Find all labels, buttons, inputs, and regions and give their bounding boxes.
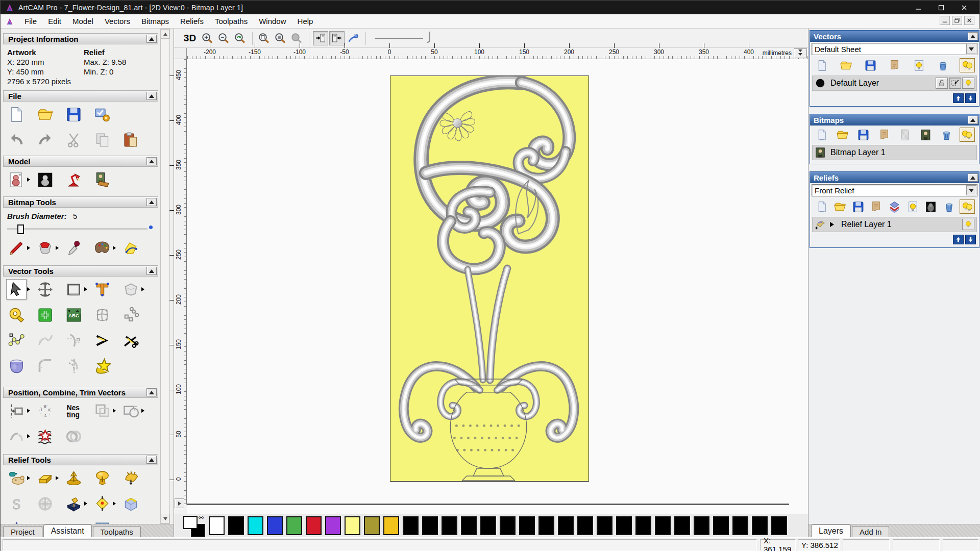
flyout-arrow-icon[interactable]	[27, 178, 32, 182]
color-swatch-24[interactable]	[674, 516, 690, 535]
menu-reliefs[interactable]: Reliefs	[175, 15, 209, 28]
tool-paint-bucket-icon[interactable]	[35, 238, 55, 258]
tool-select-arrow-icon[interactable]	[6, 279, 27, 299]
color-swatch-29[interactable]	[771, 516, 787, 535]
collapse-button[interactable]	[968, 32, 978, 40]
scroll-down-arrow-icon[interactable]	[161, 514, 169, 523]
tool-page-blue-icon[interactable]	[814, 128, 829, 142]
menu-window[interactable]: Window	[253, 15, 291, 28]
tool-green-cross-icon[interactable]	[35, 305, 55, 325]
tool-nesting-icon[interactable]: Nesting	[63, 400, 84, 421]
relief-layer-name[interactable]: Relief Layer 1	[837, 220, 961, 229]
vector-layer-row[interactable]: Default Layer	[812, 76, 977, 91]
tool-bulb-page-icon[interactable]	[905, 199, 920, 214]
flyout-arrow-icon[interactable]	[27, 476, 32, 480]
color-swatch-15[interactable]	[500, 516, 516, 535]
tool-page-blue-icon[interactable]	[814, 58, 829, 72]
tool-star-waves-icon[interactable]	[35, 426, 55, 446]
mdi-restore-button[interactable]	[952, 16, 962, 25]
tool-fillet-grey-icon[interactable]	[35, 356, 55, 376]
move-layer-up-button[interactable]	[953, 235, 964, 244]
tool-distort-grid-icon[interactable]	[92, 305, 112, 325]
menu-edit[interactable]: Edit	[42, 15, 67, 28]
tool-undo-icon[interactable]	[6, 130, 27, 150]
color-swatch-28[interactable]	[752, 516, 768, 535]
color-swatch-11[interactable]	[422, 516, 438, 535]
tool-pyramid-gold-icon[interactable]	[63, 468, 84, 488]
tool-group-grey-icon[interactable]	[92, 400, 112, 421]
tool-zoom-page-icon[interactable]	[256, 31, 272, 45]
tool-vase-3d-icon[interactable]	[6, 356, 27, 376]
tool-merge-tan-icon[interactable]	[887, 58, 902, 72]
collapse-button[interactable]	[146, 35, 157, 43]
tool-bear-sketch-icon[interactable]	[6, 169, 27, 190]
collapse-button[interactable]	[146, 92, 157, 100]
color-swatch-1[interactable]	[228, 516, 244, 535]
tool-bulbs-two-icon[interactable]	[960, 58, 975, 72]
visibility-bulb-icon[interactable]	[962, 78, 974, 89]
assistant-scrollbar[interactable]	[160, 29, 170, 524]
lock-icon[interactable]	[936, 78, 948, 89]
tool-zoom-obj-icon[interactable]	[273, 31, 288, 45]
tool-arc-fit-icon[interactable]	[63, 330, 84, 350]
flyout-arrow-icon[interactable]	[84, 287, 89, 291]
tool-zoom-in-icon[interactable]	[200, 31, 215, 45]
flyout-arrow-icon[interactable]	[113, 502, 118, 506]
zoom-slider-bracket-icon[interactable]	[425, 31, 433, 46]
color-swatch-0[interactable]	[209, 516, 225, 535]
collapse-button[interactable]	[146, 388, 157, 396]
layer-color-swatch[interactable]	[815, 78, 826, 89]
tool-cut-icon[interactable]	[63, 130, 84, 150]
tool-dropper-icon[interactable]	[63, 238, 84, 258]
tab-project[interactable]: Project	[3, 526, 42, 537]
link-colors-icon[interactable]: ⚯	[199, 514, 204, 521]
collapse-button[interactable]	[968, 173, 978, 182]
color-swatch-12[interactable]	[442, 516, 457, 535]
tool-align-left-icon[interactable]	[6, 400, 27, 421]
menu-help[interactable]: Help	[292, 15, 319, 28]
tool-open-folder-icon[interactable]	[832, 199, 848, 214]
tool-bear-invert-icon[interactable]	[35, 169, 55, 190]
hscroll-left-button[interactable]	[175, 498, 184, 508]
visibility-bulb-icon[interactable]	[962, 219, 974, 230]
tool-star-blue-icon[interactable]	[6, 519, 27, 524]
menu-toolpaths[interactable]: Toolpaths	[209, 15, 253, 28]
snap-merge-icon[interactable]	[949, 78, 961, 89]
tool-save-icon[interactable]	[863, 58, 878, 72]
tool-trash-blue-icon[interactable]	[939, 128, 954, 142]
tool-options-icon[interactable]	[92, 104, 112, 124]
color-swatch-2[interactable]	[248, 516, 263, 535]
tool-page-blue-icon[interactable]	[814, 199, 829, 214]
move-layer-up-button[interactable]	[953, 93, 964, 103]
flyout-arrow-icon[interactable]	[113, 246, 118, 250]
tool-zoom-grey-icon[interactable]	[289, 31, 304, 45]
tab-assistant[interactable]: Assistant	[43, 524, 92, 537]
tool-zoom-out-icon[interactable]	[216, 31, 231, 45]
menu-file[interactable]: File	[19, 15, 42, 28]
tool-blue-wand-icon[interactable]	[346, 31, 361, 45]
flower-design-artwork[interactable]	[390, 76, 589, 482]
menu-model[interactable]: Model	[67, 15, 99, 28]
color-swatch-3[interactable]	[267, 516, 283, 535]
tool-s-grey-icon[interactable]: S	[6, 493, 27, 514]
tool-merge-tan-icon[interactable]	[869, 199, 884, 214]
tab-layers[interactable]: Layers	[811, 524, 851, 537]
flyout-arrow-icon[interactable]	[56, 476, 61, 480]
primary-color-swatch[interactable]	[183, 516, 198, 529]
tool-open-folder-icon[interactable]	[35, 104, 55, 124]
expand-arrow-icon[interactable]	[830, 222, 837, 227]
tool-mona-book-icon[interactable]	[92, 169, 112, 190]
color-swatch-22[interactable]	[635, 516, 651, 535]
slider-handle[interactable]	[17, 224, 24, 234]
tool-rings-grey-icon[interactable]	[63, 426, 84, 446]
tool-node-edit-icon[interactable]	[6, 330, 27, 350]
tool-text-tool-icon[interactable]	[92, 279, 112, 299]
color-swatch-7[interactable]	[345, 516, 360, 535]
tool-abc-panel-icon[interactable]: ABC	[63, 305, 84, 325]
tool-snap-left-icon[interactable]	[313, 31, 328, 45]
color-swatch-16[interactable]	[519, 516, 535, 535]
tool-measure-icon[interactable]	[6, 305, 27, 325]
color-swatch-18[interactable]	[558, 516, 574, 535]
color-swatch-6[interactable]	[325, 516, 341, 535]
menu-vectors[interactable]: Vectors	[99, 15, 136, 28]
